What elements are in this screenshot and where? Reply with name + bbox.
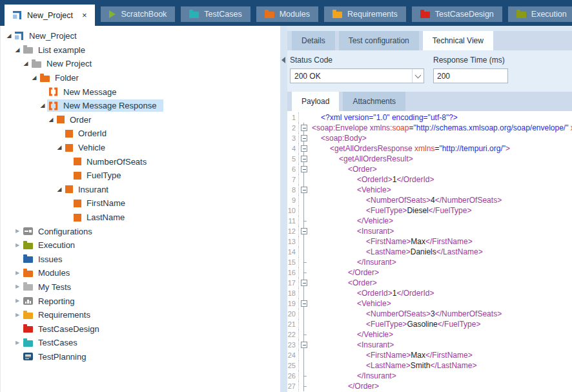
tab-attachments[interactable]: Attachments	[343, 92, 405, 111]
line-number: 20	[287, 309, 299, 319]
code-text: <LastName>Smith</LastName>	[309, 360, 476, 371]
close-icon[interactable]: ×	[82, 11, 87, 19]
tab-scratchbook[interactable]: ScratchBook	[101, 6, 175, 22]
tree-expanded-icon[interactable]: ◢	[55, 145, 64, 150]
fold-collapse-icon[interactable]	[301, 135, 307, 141]
fold-gutter	[299, 143, 309, 154]
tree-item-reporting[interactable]: ▶Reporting	[1, 294, 280, 308]
tree-collapsed-icon[interactable]: ▶	[13, 313, 22, 318]
tree-item-label: New Message Response	[63, 101, 157, 110]
tree-item-testplanning[interactable]: TestPlanning	[1, 350, 280, 364]
tree-item-issues[interactable]: Issues	[1, 253, 280, 267]
fold-collapse-icon[interactable]	[301, 187, 307, 193]
tree-collapsed-icon[interactable]: ▶	[13, 271, 22, 276]
tree-item-vehicle[interactable]: ◢Vehicle	[1, 141, 280, 155]
panel-splitter[interactable]	[280, 26, 287, 392]
tree-item-new-project[interactable]: ◢New_Project	[1, 29, 280, 43]
fold-collapse-icon[interactable]	[301, 125, 307, 131]
message-icon	[48, 101, 58, 110]
tree-expanded-icon[interactable]: ◢	[13, 47, 22, 53]
tree-item-new-project[interactable]: ◢New Project	[1, 57, 280, 71]
tree-item-lastname[interactable]: LastName	[1, 211, 280, 225]
tree-item-requirements[interactable]: ▶Requirements	[1, 308, 280, 322]
fold-collapse-icon[interactable]	[301, 228, 307, 234]
tree-expanded-icon[interactable]: ◢	[5, 33, 14, 39]
tab-modules[interactable]: Modules	[256, 6, 318, 22]
tree-item-my-tests[interactable]: ▶My Tests	[1, 280, 280, 294]
tree-expanded-icon[interactable]: ◢	[30, 75, 39, 81]
tree-expanded-icon[interactable]: ◢	[38, 103, 47, 108]
select-chevron-button[interactable]	[412, 69, 424, 83]
fold-collapse-icon[interactable]	[301, 145, 307, 152]
folder-icon	[23, 326, 33, 333]
fold-collapse-icon[interactable]	[301, 166, 307, 172]
tree-item-list-example[interactable]: ◢List example	[1, 43, 280, 57]
tree-item-insurant[interactable]: ◢Insurant	[1, 183, 280, 197]
tree-expanded-icon[interactable]: ◢	[55, 187, 64, 192]
tab-testcases[interactable]: TestCases	[181, 6, 250, 22]
tree-item-fueltype[interactable]: FuelType	[1, 169, 280, 183]
response-time-input[interactable]	[433, 68, 508, 83]
tree-item-configurations[interactable]: ▶Configurations	[1, 224, 280, 238]
tab-execution[interactable]: Execution	[508, 6, 572, 22]
code-line: 25<LastName>Smith</LastName>	[287, 360, 572, 371]
tree-collapsed-icon[interactable]: ▶	[13, 243, 22, 248]
tree-item-new-message[interactable]: New Message	[1, 85, 280, 99]
folder-icon	[23, 284, 33, 291]
tab-label: New_Project	[27, 11, 73, 20]
xml-editor[interactable]: 1<?xml version="1.0" encoding="utf-8"?>2…	[287, 111, 572, 392]
collapse-panel-icon[interactable]	[281, 57, 285, 63]
code-text: <soap:Envelope xmlns:soap="http://schema…	[309, 123, 572, 133]
tree-item-folder[interactable]: ◢Folder	[1, 71, 280, 85]
tree-item-orderid[interactable]: OrderId	[1, 127, 280, 141]
code-text: <OrderId>1</OrderId>	[309, 174, 434, 185]
fold-end-mark	[303, 376, 307, 377]
project-tree[interactable]: ◢New_Project◢List example◢New Project◢Fo…	[0, 26, 280, 392]
code-segment: <OrderId>	[357, 289, 393, 298]
tree-item-numberofseats[interactable]: NumberOfSeats	[1, 154, 280, 169]
tree-collapsed-icon[interactable]: ▶	[13, 284, 22, 289]
tree-item-new-message-response[interactable]: ◢New Message Response	[1, 99, 280, 113]
fold-end-mark	[303, 386, 307, 387]
tree-item-testcasedesign[interactable]: TestCaseDesign	[1, 322, 280, 336]
line-number: 27	[287, 381, 299, 391]
response-time-label: Response Time (ms)	[433, 56, 508, 65]
tab-payload[interactable]: Payload	[292, 92, 339, 111]
tree-item-modules[interactable]: ▶Modules	[1, 266, 280, 280]
tab-requirements[interactable]: Requirements	[324, 6, 406, 22]
tree-item-label: Order	[70, 115, 91, 125]
tree-collapsed-icon[interactable]: ▶	[13, 229, 22, 234]
tree-collapsed-icon[interactable]: ▶	[13, 340, 22, 346]
fold-line	[303, 205, 304, 216]
status-code-select[interactable]: 200 OK	[290, 68, 424, 83]
tree-expanded-icon[interactable]: ◢	[46, 117, 56, 123]
code-line: 2<soap:Envelope xmlns:soap="http://schem…	[287, 123, 572, 133]
fold-collapse-icon[interactable]	[301, 300, 307, 307]
code-segment: <soap:Body>	[321, 134, 367, 143]
tab-test-configuration[interactable]: Test configuration	[339, 31, 419, 50]
fold-collapse-icon[interactable]	[301, 342, 307, 348]
fold-gutter	[299, 185, 309, 195]
tree-item-testcases[interactable]: ▶TestCases	[1, 336, 280, 350]
tab-details[interactable]: Details	[292, 31, 335, 50]
tab-technical-view[interactable]: Technical View	[423, 31, 493, 50]
folder-icon	[265, 12, 274, 18]
tree-item-firstname[interactable]: FirstName	[1, 196, 280, 211]
tree-item-execution[interactable]: ▶Execution	[1, 238, 280, 253]
folder-notch	[23, 282, 27, 284]
tree-item-content: FirstName	[72, 197, 132, 209]
folder-icon	[23, 47, 33, 54]
code-text: <FuelType>Gasoline</FuelType>	[309, 319, 480, 329]
code-text: </Order>	[309, 381, 379, 391]
tree-item-label: Folder	[55, 73, 79, 83]
tab-testcasedesign[interactable]: TestCaseDesign	[412, 6, 502, 22]
response-time-group: Response Time (ms)	[433, 56, 508, 92]
fold-collapse-icon[interactable]	[301, 280, 307, 286]
tree-item-order[interactable]: ◢Order	[1, 113, 280, 127]
tree-expanded-icon[interactable]: ◢	[21, 61, 30, 67]
tab-new-project[interactable]: New_Project×	[5, 5, 95, 26]
code-segment: <Insurant>	[357, 340, 394, 349]
fold-collapse-icon[interactable]	[301, 156, 307, 162]
tree-collapsed-icon[interactable]: ▶	[13, 298, 22, 304]
code-text: <Vehicle>	[309, 185, 391, 195]
